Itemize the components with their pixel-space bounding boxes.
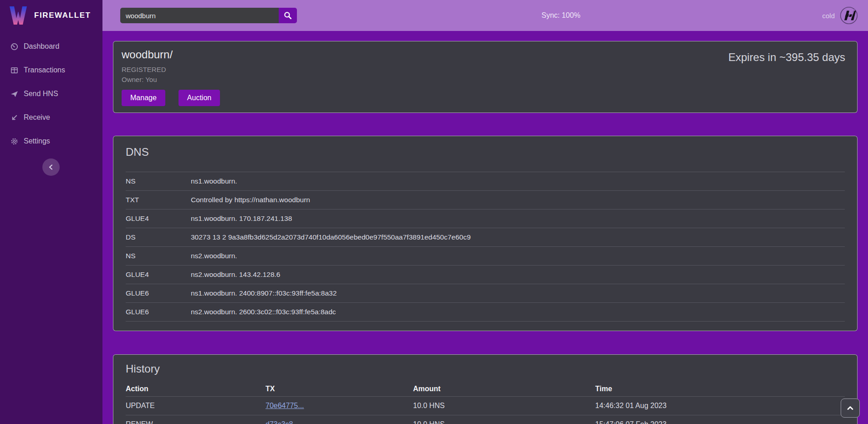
dns-title: DNS xyxy=(126,145,845,159)
manage-button[interactable]: Manage xyxy=(122,90,165,106)
sidebar-item-send-hns[interactable]: Send HNS xyxy=(0,82,102,106)
send-plane-icon xyxy=(10,90,18,98)
dns-record-value: 30273 13 2 9a3a8fb3d625d2a2073d740f10da6… xyxy=(191,233,845,241)
history-row: UPDATE 70e64775... 10.0 HNS 14:46:32 01 … xyxy=(126,397,845,415)
history-header-tx: TX xyxy=(266,385,413,393)
chevron-left-icon xyxy=(46,163,56,172)
tx-link[interactable]: 70e64775... xyxy=(266,402,304,409)
main-content: woodburn/ REGISTERED Owner: You Manage A… xyxy=(102,31,868,424)
history-action: RENEW xyxy=(126,420,266,424)
dns-record-value: Controlled by https://nathan.woodburn xyxy=(191,196,845,204)
search-bar xyxy=(120,8,297,23)
dns-record-type: GLUE6 xyxy=(126,308,191,316)
search-input[interactable] xyxy=(120,8,279,23)
dns-record-value: ns2.woodburn. 143.42.128.6 xyxy=(191,271,845,279)
sidebar-item-label: Receive xyxy=(24,113,50,122)
firewallet-w-logo xyxy=(9,5,27,26)
dns-record-type: GLUE6 xyxy=(126,289,191,297)
domain-status: REGISTERED xyxy=(122,66,849,73)
history-amount: 10.0 HNS xyxy=(413,402,595,410)
content-column: Sync: 100% cold woodburn/ xyxy=(102,0,868,424)
history-header-row: Action TX Amount Time xyxy=(126,381,845,397)
dns-record-value: ns1.woodburn. 170.187.241.138 xyxy=(191,215,845,223)
dns-record-type: DS xyxy=(126,233,191,241)
sidebar-collapse-button[interactable] xyxy=(42,158,60,176)
dns-record-row: TXT Controlled by https://nathan.woodbur… xyxy=(126,191,845,209)
dns-record-row: NS ns1.woodburn. xyxy=(126,172,845,191)
dns-record-type: NS xyxy=(126,252,191,260)
receive-arrow-icon xyxy=(10,114,18,122)
dns-record-type: NS xyxy=(126,177,191,185)
dns-record-type: GLUE4 xyxy=(126,271,191,279)
history-title: History xyxy=(126,362,845,376)
domain-owner: Owner: You xyxy=(122,76,849,83)
dns-record-row: GLUE6 ns2.woodburn. 2600:3c02::f03c:93ff… xyxy=(126,303,845,322)
domain-card: woodburn/ REGISTERED Owner: You Manage A… xyxy=(113,41,858,113)
sync-status: Sync: 100% xyxy=(541,0,580,31)
wallet-name-label: cold xyxy=(822,12,835,20)
handshake-h-icon[interactable] xyxy=(840,6,858,25)
sidebar-item-label: Send HNS xyxy=(24,90,58,98)
topbar: Sync: 100% cold xyxy=(102,0,868,31)
dns-record-value: ns2.woodburn. xyxy=(191,252,845,260)
history-time: 15:47:06 07 Feb 2023 xyxy=(595,420,845,424)
history-header-time: Time xyxy=(595,385,845,393)
auction-button[interactable]: Auction xyxy=(179,90,220,106)
domain-actions: Manage Auction xyxy=(122,90,849,106)
sidebar-item-receive[interactable]: Receive xyxy=(0,106,102,129)
dashboard-gauge-icon xyxy=(10,43,18,51)
history-header-action: Action xyxy=(126,385,266,393)
sidebar-item-transactions[interactable]: Transactions xyxy=(0,58,102,82)
history-amount: 10.0 HNS xyxy=(413,420,595,424)
search-button[interactable] xyxy=(279,8,297,23)
dns-record-row: GLUE4 ns2.woodburn. 143.42.128.6 xyxy=(126,266,845,284)
app-window: FIREWALLET Dashboard Transactions Send H… xyxy=(0,0,868,424)
history-time: 14:46:32 01 Aug 2023 xyxy=(595,402,845,410)
dns-card: DNS NS ns1.woodburn. TXT Controlled by h… xyxy=(113,136,858,331)
history-action: UPDATE xyxy=(126,402,266,410)
dns-record-value: ns1.woodburn. xyxy=(191,177,845,185)
history-card: History Action TX Amount Time UPDATE 70e… xyxy=(113,354,858,424)
dns-record-value: ns1.woodburn. 2400:8907::f03c:93ff:fe5a:… xyxy=(191,289,845,297)
expiry-label: Expires in ~395.35 days xyxy=(728,51,845,64)
chevron-up-icon xyxy=(846,404,855,413)
search-icon xyxy=(284,11,292,20)
sidebar: FIREWALLET Dashboard Transactions Send H… xyxy=(0,0,102,424)
sidebar-nav: Dashboard Transactions Send HNS Receive xyxy=(0,35,102,153)
dns-table: NS ns1.woodburn. TXT Controlled by https… xyxy=(126,172,845,322)
brand-name: FIREWALLET xyxy=(34,11,91,20)
settings-gear-icon xyxy=(10,138,18,145)
dns-record-row: GLUE6 ns1.woodburn. 2400:8907::f03c:93ff… xyxy=(126,284,845,303)
dns-record-row: GLUE4 ns1.woodburn. 170.187.241.138 xyxy=(126,209,845,228)
dns-record-type: GLUE4 xyxy=(126,215,191,223)
sidebar-item-label: Dashboard xyxy=(24,42,59,51)
brand-header: FIREWALLET xyxy=(0,0,102,31)
scroll-to-top-button[interactable] xyxy=(841,398,860,418)
sidebar-item-settings[interactable]: Settings xyxy=(0,129,102,153)
history-row: RENEW d73c3c8... 10.0 HNS 15:47:06 07 Fe… xyxy=(126,415,845,424)
sidebar-item-dashboard[interactable]: Dashboard xyxy=(0,35,102,58)
wallet-indicator: cold xyxy=(822,0,858,31)
sidebar-item-label: Transactions xyxy=(24,66,65,74)
dns-record-value: ns2.woodburn. 2600:3c02::f03c:93ff:fe5a:… xyxy=(191,308,845,316)
transactions-table-icon xyxy=(10,66,18,74)
dns-record-row: DS 30273 13 2 9a3a8fb3d625d2a2073d740f10… xyxy=(126,228,845,247)
tx-link[interactable]: d73c3c8... xyxy=(266,420,299,424)
dns-record-type: TXT xyxy=(126,196,191,204)
dns-record-row: NS ns2.woodburn. xyxy=(126,247,845,266)
history-header-amount: Amount xyxy=(413,385,595,393)
sidebar-item-label: Settings xyxy=(24,137,50,145)
